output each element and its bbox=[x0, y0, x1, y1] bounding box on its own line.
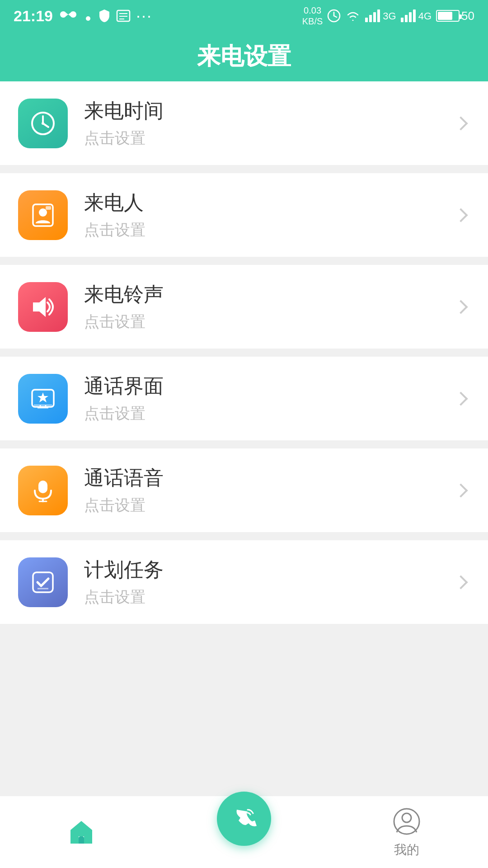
ringtone-title: 来电铃声 bbox=[84, 281, 452, 308]
infinity-icon bbox=[58, 9, 78, 22]
setting-item-ringtone[interactable]: 来电铃声 点击设置 bbox=[0, 265, 488, 349]
page-header: 来电设置 bbox=[0, 32, 488, 81]
data-speed: 0.03KB/S bbox=[302, 5, 323, 27]
nav-home[interactable] bbox=[0, 816, 163, 848]
call-ui-title: 通话界面 bbox=[84, 373, 452, 400]
setting-item-caller[interactable]: 来电人 点击设置 bbox=[0, 173, 488, 257]
plan-task-subtitle: 点击设置 bbox=[84, 587, 452, 608]
svg-rect-14 bbox=[46, 206, 51, 210]
call-fab-button[interactable] bbox=[217, 792, 271, 846]
svg-marker-15 bbox=[33, 297, 46, 317]
caller-subtitle: 点击设置 bbox=[84, 220, 452, 241]
call-time-arrow bbox=[452, 114, 470, 132]
setting-item-call-ui[interactable]: 通话界面 点击设置 bbox=[0, 357, 488, 440]
setting-item-call-time[interactable]: 来电时间 点击设置 bbox=[0, 81, 488, 165]
bottom-nav: 我的 bbox=[0, 796, 488, 868]
call-ui-text: 通话界面 点击设置 bbox=[84, 373, 452, 424]
signal-4g: 4G bbox=[401, 9, 432, 22]
ringtone-subtitle: 点击设置 bbox=[84, 311, 452, 332]
ringtone-text: 来电铃声 点击设置 bbox=[84, 281, 452, 332]
dot-icon bbox=[84, 9, 93, 22]
caller-arrow bbox=[452, 206, 470, 224]
more-dots: ··· bbox=[136, 6, 152, 25]
call-voice-icon bbox=[18, 466, 68, 515]
battery-icon: 50 bbox=[436, 9, 474, 23]
svg-marker-17 bbox=[38, 392, 48, 402]
signal-3g: 3G bbox=[365, 9, 396, 22]
mic-icon bbox=[29, 477, 56, 504]
clock-setting-icon bbox=[29, 110, 56, 137]
nav-my[interactable]: 我的 bbox=[325, 806, 488, 859]
shield-icon bbox=[98, 9, 111, 23]
svg-point-13 bbox=[39, 208, 47, 217]
call-time-subtitle: 点击设置 bbox=[84, 128, 452, 149]
svg-point-29 bbox=[402, 813, 411, 822]
wifi-icon bbox=[345, 9, 361, 22]
call-voice-text: 通话语音 点击设置 bbox=[84, 465, 452, 516]
page-title: 来电设置 bbox=[197, 41, 291, 72]
svg-rect-22 bbox=[38, 481, 47, 493]
screen-star-icon bbox=[29, 385, 56, 412]
svg-rect-27 bbox=[80, 838, 84, 844]
ringtone-arrow bbox=[452, 298, 470, 316]
battery-level: 50 bbox=[461, 9, 474, 23]
call-time-title: 来电时间 bbox=[84, 98, 452, 124]
svg-point-0 bbox=[86, 16, 90, 21]
setting-item-plan-task[interactable]: 计划任务 点击设置 bbox=[0, 540, 488, 624]
home-icon bbox=[67, 817, 96, 847]
news-icon bbox=[116, 9, 131, 23]
nav-call[interactable] bbox=[163, 805, 325, 859]
svg-point-11 bbox=[42, 122, 44, 125]
call-voice-subtitle: 点击设置 bbox=[84, 495, 452, 516]
settings-list: 来电时间 点击设置 来电人 点击设置 bbox=[0, 81, 488, 796]
ringtone-icon bbox=[18, 282, 68, 332]
plan-task-arrow bbox=[452, 573, 470, 591]
call-voice-title: 通话语音 bbox=[84, 465, 452, 491]
caller-text: 来电人 点击设置 bbox=[84, 189, 452, 241]
plan-task-icon bbox=[18, 557, 68, 607]
my-nav-icon bbox=[391, 806, 422, 838]
caller-icon bbox=[18, 190, 68, 240]
phone-call-icon bbox=[230, 805, 258, 832]
setting-item-call-voice[interactable]: 通话语音 点击设置 bbox=[0, 448, 488, 532]
svg-line-7 bbox=[334, 16, 337, 17]
clock-icon bbox=[327, 9, 341, 23]
status-right: 0.03KB/S 3G 4G bbox=[302, 5, 474, 27]
home-nav-icon bbox=[66, 816, 97, 848]
status-bar: 21:19 ··· 0.03KB/S bbox=[0, 0, 488, 32]
call-time-text: 来电时间 点击设置 bbox=[84, 98, 452, 149]
my-icon bbox=[392, 807, 422, 836]
call-ui-arrow bbox=[452, 390, 470, 408]
plan-task-text: 计划任务 点击设置 bbox=[84, 557, 452, 608]
status-left: 21:19 ··· bbox=[14, 6, 152, 25]
my-nav-label: 我的 bbox=[394, 841, 419, 859]
check-bookmark-icon bbox=[29, 569, 56, 596]
call-time-icon bbox=[18, 99, 68, 148]
call-ui-icon bbox=[18, 374, 68, 424]
caller-title: 来电人 bbox=[84, 189, 452, 216]
volume-icon bbox=[29, 293, 56, 321]
call-ui-subtitle: 点击设置 bbox=[84, 403, 452, 424]
status-time: 21:19 bbox=[14, 7, 53, 25]
plan-task-title: 计划任务 bbox=[84, 557, 452, 583]
call-voice-arrow bbox=[452, 481, 470, 500]
contact-icon bbox=[29, 202, 56, 229]
